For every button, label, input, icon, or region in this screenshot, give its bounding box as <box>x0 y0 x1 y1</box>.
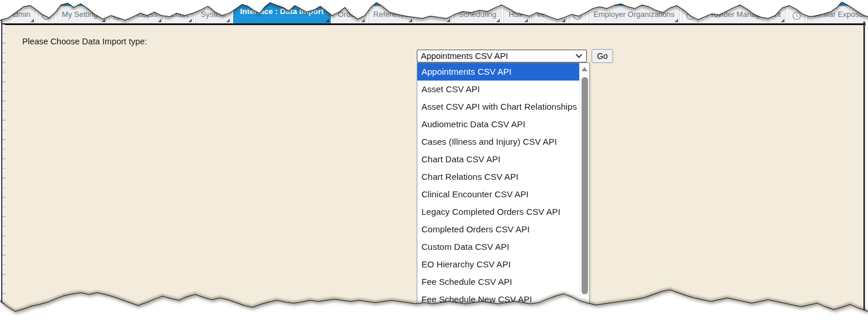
chevron-down-icon <box>575 54 583 58</box>
tab-interface-data-import[interactable]: Interface : Data Import <box>233 1 331 23</box>
tab-caret-icon <box>188 19 192 22</box>
dropdown-options: Appointments CSV API Asset CSV API Asset… <box>417 63 579 313</box>
dropdown-option[interactable]: Completed Orders CSV API <box>417 221 579 238</box>
dropdown-option[interactable]: Fee Schedule New CSV API <box>417 291 579 308</box>
tab-scheduling[interactable]: Scheduling <box>454 6 502 23</box>
dropdown-option-list: Appointments CSV API Asset CSV API Asset… <box>417 62 590 314</box>
tab-label: Access <box>133 10 158 19</box>
tab-caret-icon <box>158 19 161 22</box>
tab-caret-icon <box>524 19 528 22</box>
go-button[interactable]: Go <box>592 49 613 63</box>
tab-label: Reference <box>374 10 409 19</box>
tab-orders[interactable]: Orders <box>333 6 366 23</box>
clock-icon <box>573 11 582 20</box>
window-left-gutter <box>2 25 5 315</box>
tab-recent-history-3[interactable] <box>569 8 586 23</box>
tab-label: Printing <box>421 10 447 19</box>
tab-caret-icon <box>102 19 105 22</box>
tab-caret-icon <box>562 19 565 22</box>
tab-label: Scheduling <box>459 10 496 19</box>
tab-recent-history-4[interactable] <box>682 8 699 23</box>
prompt-label: Please Choose Data Import type: <box>22 37 147 46</box>
tab-label: Chart <box>170 10 189 19</box>
tab-admin[interactable]: Admin <box>4 6 36 23</box>
window-right-border <box>863 22 865 315</box>
tab-caret-icon <box>226 19 230 22</box>
tab-caret-icon <box>361 19 365 22</box>
tab-hsp[interactable]: HSP <box>503 6 530 23</box>
tab-label: HSP <box>509 10 524 19</box>
dropdown-scrollbar[interactable] <box>579 63 589 313</box>
tab-bar-divider <box>1 23 866 25</box>
top-blue-bar-fragment <box>0 0 868 6</box>
dropdown-option[interactable]: Cases (Illness and Injury) CSV API <box>417 133 579 151</box>
scrollbar-thumb[interactable] <box>582 77 588 294</box>
dropdown-option[interactable]: Asset CSV API with Chart Relationships <box>417 98 579 116</box>
tab-label: Version <box>537 10 562 19</box>
clock-icon <box>686 11 695 20</box>
torn-screenshot-wrapper: Admin My Settings Access Chart System In… <box>0 0 868 331</box>
import-type-select[interactable]: Appointments CSV API <box>417 50 587 62</box>
dropdown-option[interactable]: Chart Relations CSV API <box>417 168 579 186</box>
dropdown-option[interactable]: Asset CSV API <box>417 81 579 98</box>
tab-recent-history-1[interactable] <box>37 8 55 23</box>
clock-icon <box>792 11 801 20</box>
tab-version[interactable]: Version <box>531 6 567 23</box>
tab-similar-exposure[interactable]: Similar Exposure <box>807 6 868 23</box>
dropdown-option[interactable]: Fee Schedule CSV API <box>417 273 579 291</box>
tab-bar: Admin My Settings Access Chart System In… <box>4 0 868 23</box>
tab-label: Admin <box>9 10 30 19</box>
scrollbar-up-arrow-icon[interactable] <box>582 67 587 71</box>
dropdown-option[interactable]: Chart Data CSV API <box>417 151 579 168</box>
tab-label: My Settings <box>62 10 102 19</box>
dropdown-option[interactable]: Custom Data CSV API <box>417 238 579 256</box>
tab-reference[interactable]: Reference <box>368 6 414 23</box>
tab-caret-icon <box>409 19 412 22</box>
tab-label: System <box>200 10 226 19</box>
tab-my-settings[interactable]: My Settings <box>57 6 107 23</box>
screenshot-stage: Admin My Settings Access Chart System In… <box>0 0 868 331</box>
dropdown-option[interactable]: Legacy Completed Orders CSV API <box>417 203 579 221</box>
tab-recent-history-2[interactable] <box>109 8 126 23</box>
tab-provider-management[interactable]: Provider Management <box>701 6 786 23</box>
tab-label: Interface : Data Import <box>240 7 324 16</box>
dropdown-option[interactable]: Audiometric Data CSV API <box>417 116 579 133</box>
tab-caret-icon <box>30 19 34 22</box>
tab-caret-icon <box>326 19 329 22</box>
tab-chart[interactable]: Chart <box>165 6 194 23</box>
dropdown-option[interactable]: Clinical Encounter CSV API <box>417 186 579 203</box>
tab-employer-organizations[interactable]: Employer Organizations <box>588 6 680 23</box>
tab-caret-icon <box>496 19 500 22</box>
tab-caret-icon <box>447 19 450 22</box>
application-window: Admin My Settings Access Chart System In… <box>0 0 868 331</box>
clock-icon <box>113 11 122 20</box>
dropdown-option[interactable]: EO Hierarchy CSV API <box>417 256 579 273</box>
tab-access[interactable]: Access <box>128 6 163 23</box>
tab-label: Provider Management <box>706 10 781 19</box>
tab-recent-history-5[interactable] <box>788 8 805 23</box>
tab-label: Similar Exposure <box>812 10 868 19</box>
tab-caret-icon <box>781 19 784 22</box>
select-current-value: Appointments CSV API <box>421 51 508 61</box>
tab-system[interactable]: System <box>195 6 231 23</box>
clock-icon <box>42 11 51 20</box>
tab-printing[interactable]: Printing <box>416 6 452 23</box>
tab-caret-icon <box>675 19 678 22</box>
tab-label: Orders <box>338 10 361 19</box>
tab-label: Employer Organizations <box>593 10 675 19</box>
dropdown-option-selected[interactable]: Appointments CSV API <box>417 63 579 81</box>
